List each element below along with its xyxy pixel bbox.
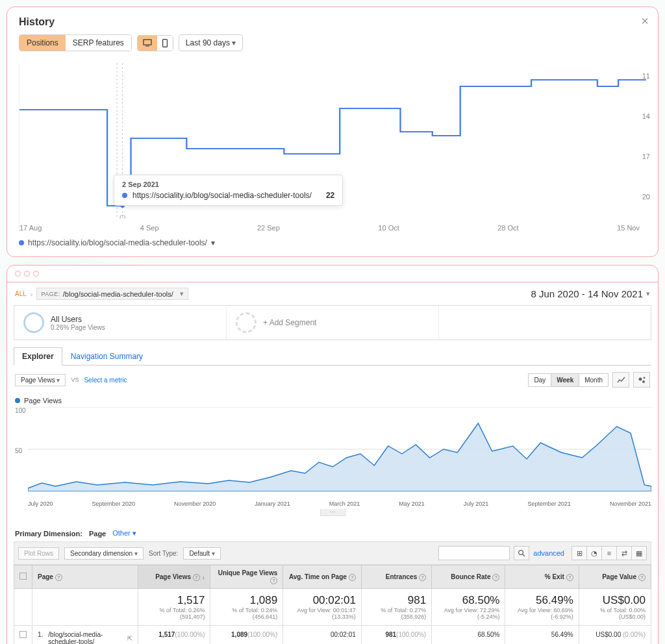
plot-rows-button: Plot Rows — [18, 547, 59, 560]
crumb-all[interactable]: ALL — [15, 290, 27, 297]
y-tick: 50 — [15, 447, 22, 454]
segment-ring-icon — [23, 312, 44, 333]
legend-url: https://sociality.io/blog/social-media-s… — [28, 238, 207, 247]
primary-metric-dropdown[interactable]: Page Views — [15, 374, 66, 386]
x-tick: September 2020 — [92, 501, 136, 507]
date-range[interactable]: 8 Jun 2020 - 14 Nov 2021 — [531, 288, 643, 299]
help-icon[interactable]: ? — [270, 577, 277, 584]
x-tick: July 2021 — [464, 501, 489, 507]
col-page: Page? — [32, 565, 138, 589]
primary-dimension-row: Primary Dimension: Page Other — [14, 525, 651, 541]
secondary-dimension-dropdown[interactable]: Secondary dimension — [64, 547, 144, 560]
segment-all-users[interactable]: All Users 0.26% Page Views — [14, 306, 227, 340]
sort-type-dropdown[interactable]: Default — [183, 547, 220, 560]
help-icon[interactable]: ? — [193, 574, 200, 581]
col-page-views: Page Views?↓ — [138, 565, 210, 589]
chart-line-icon[interactable] — [612, 372, 629, 388]
chart2-legend: Page Views — [14, 394, 651, 407]
date-range-dropdown[interactable]: Last 90 days — [179, 34, 243, 51]
x-tick: November 2021 — [610, 501, 651, 507]
search-icon[interactable] — [514, 546, 529, 560]
help-icon[interactable]: ? — [349, 574, 356, 581]
table-toolbar: Plot Rows Secondary dimension Sort Type:… — [14, 541, 651, 565]
window-dot-icon[interactable] — [24, 271, 30, 277]
x-tick: 4 Sep — [140, 224, 159, 232]
x-tick: September 2021 — [527, 501, 571, 507]
x-axis: 17 Aug 4 Sep 22 Sep 10 Oct 28 Oct 15 Nov — [19, 220, 640, 232]
window-buttons — [7, 266, 658, 282]
tooltip-date: 2 Sep 2021 — [122, 180, 334, 188]
explorer-controls: Page Views VS Select a metric Day Week M… — [14, 365, 651, 394]
col-avg-time: Avg. Time on Page? — [283, 565, 362, 589]
close-icon[interactable]: × — [641, 14, 649, 29]
help-icon[interactable]: ? — [638, 574, 646, 581]
tooltip-value: 22 — [326, 191, 334, 200]
view-pie-icon[interactable]: ◔ — [586, 546, 602, 560]
view-bar-icon[interactable]: ≡ — [601, 546, 617, 560]
tab-positions[interactable]: Positions — [19, 35, 66, 51]
external-link-icon[interactable]: ⇱ — [127, 635, 132, 642]
page-path[interactable]: /blog/social-media-scheduler-tools/ — [48, 631, 121, 644]
report-table: Page? Page Views?↓ Unique Page Views? Av… — [14, 565, 651, 644]
chevron-right-icon: › — [31, 290, 33, 298]
help-icon[interactable]: ? — [566, 574, 573, 581]
history-controls: Positions SERP features Last 90 days — [19, 34, 646, 51]
y-tick: 14 — [642, 112, 650, 120]
series-dot-icon — [15, 398, 20, 403]
crumb-page[interactable]: PAGE: /blog/social-media-scheduler-tools… — [36, 288, 188, 300]
advanced-link[interactable]: advanced — [533, 549, 564, 557]
svg-point-15 — [519, 551, 523, 555]
series-dot-icon — [122, 193, 127, 198]
mobile-icon[interactable] — [157, 36, 173, 51]
x-tick: May 2021 — [399, 501, 425, 507]
help-icon[interactable]: ? — [55, 574, 62, 581]
tab-explorer[interactable]: Explorer — [14, 347, 62, 365]
x-tick: 15 Nov — [617, 224, 640, 232]
window-dot-icon[interactable] — [33, 271, 39, 277]
select-metric-link[interactable]: Select a metric — [84, 377, 127, 384]
add-segment-icon — [236, 312, 257, 333]
help-icon[interactable]: ? — [419, 574, 426, 581]
expand-handle-icon[interactable]: ⋯ — [320, 509, 345, 516]
pd-page[interactable]: Page — [89, 530, 106, 538]
history-tab-group: Positions SERP features — [19, 34, 132, 51]
x-tick: March 2021 — [329, 501, 360, 507]
svg-point-3 — [164, 45, 165, 46]
view-table-icon[interactable]: ⊞ — [571, 546, 587, 560]
breadcrumb: ALL › PAGE: /blog/social-media-scheduler… — [14, 282, 651, 305]
time-month[interactable]: Month — [579, 374, 608, 386]
time-day[interactable]: Day — [529, 374, 551, 386]
col-exit: % Exit? — [505, 565, 579, 589]
pd-other-dropdown[interactable]: Other — [112, 529, 136, 538]
positions-chart: 11 14 17 20 17 Aug 4 Sep 22 Sep 10 Oct 2… — [19, 63, 646, 232]
checkbox[interactable] — [19, 631, 27, 638]
chart-bubble-icon[interactable] — [633, 372, 650, 388]
x-tick: 17 Aug — [19, 224, 42, 232]
view-pivot-icon[interactable]: ▦ — [631, 546, 647, 560]
tab-navigation-summary[interactable]: Navigation Summary — [62, 347, 151, 365]
window-dot-icon[interactable] — [15, 271, 21, 277]
sort-desc-icon[interactable]: ↓ — [202, 574, 205, 580]
empty-segment — [439, 306, 651, 340]
col-upv: Unique Page Views? — [210, 565, 283, 589]
tab-serp-features[interactable]: SERP features — [66, 35, 131, 51]
page-views-chart: 100 50 — [14, 407, 651, 498]
chevron-down-icon: ▾ — [180, 290, 184, 298]
desktop-icon[interactable] — [138, 36, 157, 51]
svg-point-10 — [642, 380, 645, 383]
y-tick: 100 — [15, 407, 26, 414]
table-row[interactable]: 1. /blog/social-media-scheduler-tools/ ⇱… — [14, 626, 651, 645]
chart-legend[interactable]: https://sociality.io/blog/social-media-s… — [19, 238, 646, 247]
chevron-down-icon[interactable]: ▾ — [646, 290, 650, 298]
x-tick: 10 Oct — [378, 224, 399, 232]
svg-line-16 — [523, 554, 525, 556]
view-comparison-icon[interactable]: ⇄ — [616, 546, 632, 560]
search-input[interactable] — [438, 546, 510, 560]
help-icon[interactable]: ? — [492, 574, 499, 581]
checkbox[interactable] — [19, 573, 27, 580]
col-bounce: Bounce Rate? — [432, 565, 505, 589]
add-segment[interactable]: + Add Segment — [227, 306, 439, 340]
col-entrances: Entrances? — [361, 565, 431, 589]
x-tick: January 2021 — [255, 501, 290, 507]
time-week[interactable]: Week — [551, 374, 579, 386]
